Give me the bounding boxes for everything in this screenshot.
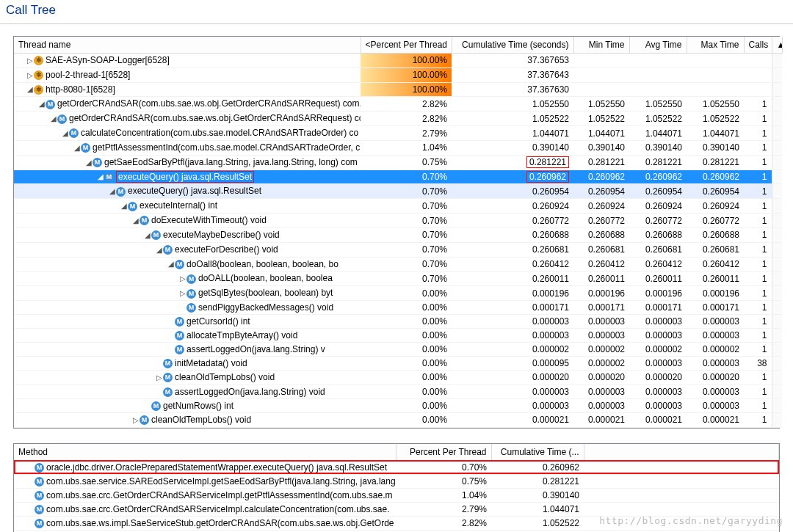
table-row[interactable]: ◢McalculateConcentration(com.ubs.sae.mod…	[14, 126, 782, 141]
cell-max: 1.052550	[687, 97, 744, 112]
table-row[interactable]: MallocateTmpByteArray() void0.00%0.00000…	[14, 329, 782, 343]
expand-toggle-icon[interactable]: ◢	[167, 258, 175, 270]
expand-toggle-icon[interactable]: ◢	[108, 186, 116, 197]
table-row[interactable]: Mcom.ubs.sae.crc.GetOrderCRAndSARService…	[14, 502, 779, 516]
row-name: doOall8(boolean, boolean, boolean, bo	[187, 259, 338, 269]
expand-toggle-icon[interactable]: ▷	[178, 288, 187, 299]
expand-toggle-icon[interactable]: ◢	[26, 84, 34, 95]
table-row[interactable]: ◢MexecuteInternal() int0.70%0.2609240.26…	[14, 199, 782, 214]
table-header-row[interactable]: Thread name <Percent Per Thread Cumulati…	[14, 37, 782, 54]
table-row[interactable]: ◢MexecuteForDescribe() void0.70%0.260681…	[14, 242, 782, 257]
cell-max: 0.000171	[687, 301, 744, 315]
table-header-row[interactable]: Method Percent Per Thread Cumulative Tim…	[14, 444, 779, 461]
expand-toggle-icon[interactable]: ▷	[26, 55, 34, 67]
expand-toggle-icon[interactable]: ◢	[73, 142, 81, 154]
page-title: Call Tree	[0, 0, 793, 24]
expand-toggle-icon[interactable]: ◢	[37, 98, 46, 110]
cell-avg: 0.000171	[629, 301, 687, 315]
table-row[interactable]: ◢MexecuteQuery() java.sql.ResultSet0.70%…	[14, 170, 782, 184]
col-spacer: ▲	[772, 37, 782, 54]
table-row[interactable]: MinitMetadata() void0.00%0.0000950.00000…	[14, 357, 782, 371]
percent-value: 0.00%	[422, 414, 447, 426]
cell-min: 0.000002	[573, 343, 629, 357]
percent-value: 0.00%	[422, 400, 447, 412]
method-icon: M	[175, 317, 184, 327]
table-row[interactable]: ◢MgetPtflAssessmentInd(com.ubs.sae.model…	[14, 140, 782, 155]
col-cum2[interactable]: Cumulative Time (...	[491, 444, 584, 461]
table-row[interactable]: MsendPiggyBackedMessages() void0.00%0.00…	[14, 301, 782, 315]
percent-value: 100.00%	[413, 69, 447, 81]
row-name: assertLoggedOn(java.lang.String) void	[175, 387, 325, 397]
table-row[interactable]: ▷MgetSqlBytes(boolean, boolean) byt0.00%…	[14, 286, 782, 301]
table-row[interactable]: ▷✱pool-2-thread-1[6528]100.00%37.367643	[14, 68, 782, 82]
cell-min: 0.260412	[573, 257, 629, 272]
expand-toggle-icon[interactable]: ▷	[131, 415, 140, 426]
cell-min: 0.000196	[573, 286, 629, 301]
row-name: SAE-ASyn-SOAP-Logger[6528]	[46, 55, 170, 65]
expand-toggle-icon[interactable]: ▷	[155, 372, 163, 384]
cell-max: 1.052522	[687, 112, 744, 126]
method-icon: M	[163, 387, 173, 397]
table-row[interactable]: MassertLoggedOn(java.lang.String) void0.…	[14, 385, 782, 398]
call-tree-table[interactable]: Thread name <Percent Per Thread Cumulati…	[14, 37, 783, 428]
cell-min: 0.260011	[573, 272, 629, 286]
cell-cum: 0.000021	[452, 412, 573, 427]
cell-max: 0.260011	[687, 272, 744, 286]
cell-avg: 0.260962	[629, 170, 687, 184]
expand-toggle-icon[interactable]: ◢	[143, 230, 151, 241]
col-method[interactable]: Method	[14, 444, 396, 461]
row-name: getCursorId() int	[187, 316, 250, 327]
col-max-time[interactable]: Max Time	[687, 37, 744, 54]
col-calls[interactable]: Calls	[744, 37, 772, 54]
table-row[interactable]: ◢MgetOrderCRAndSAR(com.ubs.sae.ws.obj.Ge…	[14, 97, 782, 112]
expand-toggle-icon[interactable]: ▷	[26, 70, 34, 81]
table-row[interactable]: ▷MdoOALL(boolean, boolean, boolea0.70%0.…	[14, 272, 782, 286]
expand-toggle-icon[interactable]: ◢	[49, 113, 57, 125]
table-row[interactable]: ◢MdoOall8(boolean, boolean, boolean, bo0…	[14, 257, 782, 272]
cell-calls: 1	[744, 155, 772, 170]
table-row[interactable]: ◢MdoExecuteWithTimeout() void0.70%0.2607…	[14, 214, 782, 228]
table-row[interactable]: Mcom.ubs.sae.service.SAREodServiceImpl.g…	[14, 474, 779, 488]
expand-toggle-icon[interactable]: ◢	[84, 157, 93, 169]
expand-toggle-icon[interactable]: ◢	[96, 171, 104, 183]
table-row[interactable]: ▷McleanOldTempLobs() void0.00%0.0000210.…	[14, 412, 782, 427]
percent-value: 100.00%	[413, 54, 447, 66]
col-avg-time[interactable]: Avg Time	[629, 37, 687, 54]
table-row[interactable]: MgetCursorId() int0.00%0.0000030.0000030…	[14, 315, 782, 329]
table-row[interactable]: MgetNumRows() int0.00%0.0000030.0000030.…	[14, 398, 782, 412]
cell-calls: 1	[744, 242, 772, 257]
col-cum-time[interactable]: Cumulative Time (seconds)	[452, 37, 573, 54]
percent-value: 0.70%	[422, 200, 447, 212]
table-row[interactable]: ▷✱SAE-ASyn-SOAP-Logger[6528]100.00%37.36…	[14, 54, 782, 68]
method-icon: M	[175, 331, 184, 340]
table-row[interactable]: Mcom.ubs.sae.crc.GetOrderCRAndSARService…	[14, 488, 779, 502]
expand-toggle-icon[interactable]: ◢	[61, 128, 69, 139]
method-name: com.ubs.sae.ws.impl.SaeServiceStub.getOr…	[46, 518, 394, 528]
cell-calls: 1	[744, 170, 772, 184]
percent-value: 1.04%	[396, 488, 491, 502]
cell-cum: 0.260962	[452, 170, 573, 184]
expand-toggle-icon[interactable]: ◢	[131, 215, 140, 227]
expand-toggle-icon[interactable]: ◢	[155, 244, 163, 256]
cell-cum: 0.000003	[452, 329, 573, 343]
method-icon: M	[35, 463, 44, 473]
table-row[interactable]: ▷McleanOldTempLobs() void0.00%0.0000200.…	[14, 371, 782, 385]
cell-avg: 0.000021	[629, 412, 687, 427]
col-percent2[interactable]: Percent Per Thread	[396, 444, 491, 461]
stack-table[interactable]: Method Percent Per Thread Cumulative Tim…	[14, 444, 779, 532]
table-row[interactable]: Moracle.jdbc.driver.OraclePreparedStatem…	[14, 460, 779, 474]
expand-toggle-icon[interactable]: ◢	[120, 200, 128, 212]
col-thread-name[interactable]: Thread name	[14, 37, 361, 54]
percent-value: 0.70%	[422, 186, 447, 197]
table-row[interactable]: ◢MexecuteMaybeDescribe() void0.70%0.2606…	[14, 227, 782, 242]
table-row[interactable]: ◢MexecuteQuery() java.sql.ResultSet0.70%…	[14, 184, 782, 199]
table-row[interactable]: ◢MgetSaeEodSarByPtfl(java.lang.String, j…	[14, 155, 782, 170]
table-row[interactable]: MassertLoggedOn(java.lang.String) v0.00%…	[14, 343, 782, 357]
table-row[interactable]: ◢✱http-8080-1[6528]100.00%37.367630	[14, 82, 782, 97]
cell-min: 0.390140	[573, 140, 629, 155]
table-row[interactable]: ◢MgetOrderCRAndSAR(com.ubs.sae.ws.obj.Ge…	[14, 112, 782, 126]
expand-toggle-icon[interactable]: ▷	[178, 273, 187, 285]
col-percent[interactable]: <Percent Per Thread	[361, 37, 452, 54]
col-min-time[interactable]: Min Time	[573, 37, 629, 54]
table-row[interactable]: Mcom.ubs.sae.ws.impl.SaeServiceStub.getO…	[14, 516, 779, 530]
